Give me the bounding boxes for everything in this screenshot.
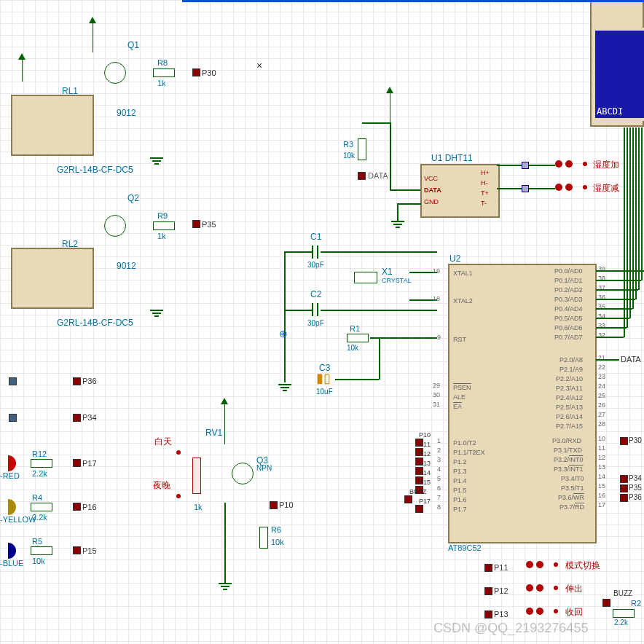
mcu-p17: [415, 505, 423, 513]
dht-gnd-sym: [391, 221, 404, 228]
retract-label: 收回: [565, 606, 583, 619]
q1-pwr-arrow: [89, 17, 96, 23]
p24: P2.4/A12: [556, 394, 583, 401]
p10: P1.0/T2: [453, 439, 476, 447]
retract-dot: [554, 609, 558, 613]
rv1-gnd: [219, 583, 232, 590]
data-pad: [358, 172, 366, 180]
p34-pad: [73, 414, 81, 422]
mode-label: 模式切换: [565, 559, 600, 572]
extend-button[interactable]: [526, 584, 545, 593]
p32l: P3.2/INT0: [554, 456, 584, 463]
r6-body: [259, 527, 268, 549]
q3-value: NPN: [256, 464, 272, 472]
cursor-origin: ⊕: [279, 328, 288, 339]
q2-label: Q2: [127, 193, 139, 203]
led-blue-label: -BLUE: [0, 559, 23, 568]
r8-label: R8: [157, 58, 168, 67]
busv5: [635, 127, 637, 299]
rv1-label: RV1: [205, 428, 222, 438]
w-c1-x: [321, 251, 437, 253]
watermark: CSDN @QQ_2193276455: [433, 621, 588, 636]
humid-minus-label: 湿度减: [593, 182, 619, 195]
p37l: P3.7/RD: [559, 503, 584, 511]
p10-label-q3: P10: [279, 500, 294, 509]
pin26: 26: [598, 401, 605, 409]
r2-body: [613, 609, 635, 618]
r3-label: R3: [343, 140, 353, 149]
u1-label: U1 DHT11: [431, 153, 473, 163]
r4-body: [31, 503, 52, 511]
r3-to-dht: [390, 122, 391, 191]
p30-pad: [192, 68, 200, 76]
r9-value: 1k: [157, 232, 166, 240]
bus7: [596, 327, 627, 329]
busv2: [627, 127, 628, 328]
pin28: 28: [598, 420, 605, 428]
r3-pwr-arrow: [386, 87, 393, 93]
retract-button[interactable]: [526, 608, 545, 616]
p02: P0.2/AD2: [554, 286, 583, 294]
r2-label: R2: [631, 599, 641, 608]
p35l: P3.5/T1: [561, 484, 584, 492]
p22: P2.2/A10: [556, 375, 583, 382]
r1-label: R1: [350, 324, 360, 333]
led-red-label: -RED: [0, 471, 20, 480]
dht-gnd: GND: [424, 198, 439, 205]
mcu-data: DATA: [621, 355, 641, 364]
buzz-pad: [602, 599, 610, 607]
p14: P1.4: [453, 477, 467, 484]
r6-value: 10k: [271, 538, 284, 546]
pin31: 31: [433, 401, 440, 408]
p36-label: P36: [82, 377, 97, 385]
dht-vcc: VCC: [424, 175, 438, 182]
p17-pad: [73, 459, 81, 467]
p36-r-pad: [620, 494, 628, 502]
xtal1: XTAL1: [453, 270, 473, 277]
rl1-value: G2RL-14B-CF-DC5: [57, 165, 133, 175]
pin16: 16: [598, 492, 605, 499]
mcu-p11l: P11: [419, 441, 431, 448]
p30-label: P30: [202, 68, 216, 77]
c3-body: ▮▯: [316, 370, 331, 386]
buzz-label: BUZZ: [613, 589, 632, 597]
pin24: 24: [598, 382, 605, 390]
q2-body: [104, 215, 126, 237]
x1-label: X1: [382, 267, 393, 277]
dht-gnd-v: [397, 203, 398, 221]
p23: P2.3/A11: [556, 385, 583, 392]
extend-dot: [554, 586, 558, 590]
pwr-topleft: [22, 60, 23, 82]
p13-btn-label: P13: [494, 610, 508, 619]
pin13: 13: [598, 463, 605, 471]
p15-label: P15: [82, 546, 97, 555]
p31l: P3.1/TXD: [554, 447, 582, 454]
p36l: P3.6/WR: [558, 494, 584, 501]
mode-button[interactable]: [526, 561, 545, 570]
c2-body: [312, 303, 318, 318]
p35-r-pad: [620, 484, 628, 492]
r2-value: 2.2k: [614, 619, 628, 627]
q1-body: [104, 62, 126, 84]
pin17: 17: [598, 501, 605, 508]
day-label: 白天: [154, 436, 172, 448]
dht-hp: H+: [481, 169, 490, 176]
r8-value: 1k: [157, 79, 166, 87]
pin32: 32: [598, 331, 605, 339]
mcu-p15l: P15: [419, 479, 431, 486]
p34-r-pad: [620, 475, 628, 483]
p35-label: P35: [202, 220, 216, 229]
pin36: 36: [598, 294, 605, 301]
humidity-plus-button[interactable]: [555, 160, 574, 169]
humidity-minus-button[interactable]: [555, 184, 574, 192]
p11-btn-pad: [484, 564, 492, 572]
mcu-p12l: P12: [419, 450, 431, 458]
busv1: [624, 127, 625, 337]
p27: P2.7/A15: [556, 423, 583, 430]
x1-value: CRYSTAL: [382, 277, 412, 284]
p16-label: P16: [82, 503, 97, 511]
p15: P1.5: [453, 487, 467, 494]
pin1: 1: [437, 437, 441, 444]
r1-value: 10k: [347, 344, 358, 352]
pin8: 8: [437, 503, 441, 511]
